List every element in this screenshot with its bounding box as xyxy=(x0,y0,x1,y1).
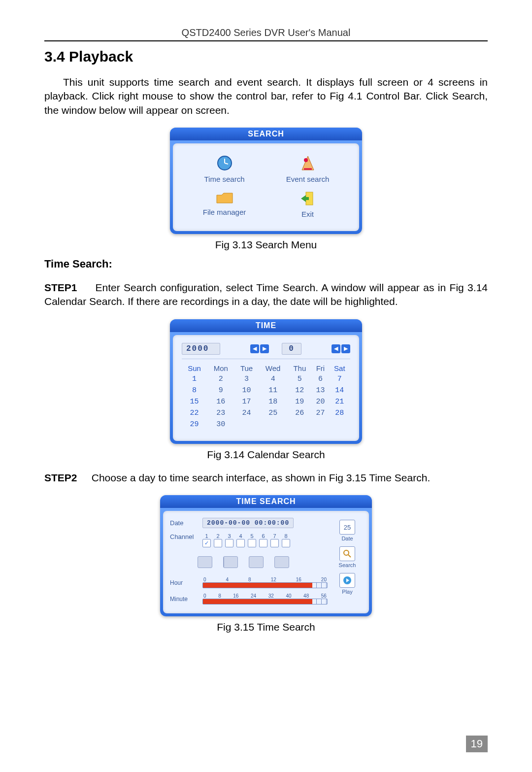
calendar-day-cell[interactable]: 30 xyxy=(207,419,234,430)
calendar-day-cell[interactable]: 26 xyxy=(288,407,312,419)
side-play-button[interactable]: Play xyxy=(339,573,355,595)
svg-point-5 xyxy=(344,550,349,555)
step2-label: STEP2 xyxy=(44,472,77,483)
calendar-day-cell[interactable]: 29 xyxy=(182,419,207,430)
tick: 16 xyxy=(233,593,238,599)
time-search-title: TIME SEARCH xyxy=(160,495,372,508)
page-number: 19 xyxy=(466,736,488,752)
calendar-day-cell[interactable]: 2 xyxy=(207,373,234,385)
calendar-day-cell[interactable]: 14 xyxy=(329,385,350,396)
calendar-icon: 25 xyxy=(339,520,355,535)
calendar-day-cell[interactable]: 25 xyxy=(259,407,288,419)
channel-checkbox-4[interactable] xyxy=(236,539,245,547)
channel-checkbox-3[interactable] xyxy=(225,539,233,547)
minute-label: Minute xyxy=(170,596,198,603)
ts-date-value: 2000-00-00 00:00:00 xyxy=(202,518,294,528)
folder-icon xyxy=(216,190,233,205)
calendar-day-header: Sun xyxy=(182,363,207,373)
fig-3-15-caption: Fig 3.15 Time Search xyxy=(44,621,488,633)
month-next-button[interactable]: ▶ xyxy=(341,344,350,353)
event-icon xyxy=(299,154,317,172)
channel-checkbox-1[interactable]: ✓ xyxy=(202,539,211,547)
calendar-day-cell[interactable]: 10 xyxy=(234,385,259,396)
tick: 0 xyxy=(203,593,206,599)
side-date-label: Date xyxy=(341,536,353,541)
calendar-day-cell[interactable]: 28 xyxy=(329,407,350,419)
channel-number: 1 xyxy=(205,533,208,539)
calendar-day-cell[interactable]: 3 xyxy=(234,373,259,385)
calendar-day-cell[interactable]: 23 xyxy=(207,407,234,419)
exit-item[interactable]: Exit xyxy=(266,190,349,218)
calendar-day-cell[interactable]: 6 xyxy=(312,373,329,385)
running-head: QSTD2400 Series DVR User's Manual xyxy=(44,27,488,38)
calendar-day-cell[interactable]: 16 xyxy=(207,396,234,407)
channel-checkbox-2[interactable] xyxy=(214,539,222,547)
calendar-day-cell[interactable]: 18 xyxy=(259,396,288,407)
step2-paragraph: STEP2 Choose a day to time search interf… xyxy=(44,471,488,485)
year-next-button[interactable]: ▶ xyxy=(260,344,269,353)
calendar-day-cell[interactable]: 12 xyxy=(288,385,312,396)
calendar-day-cell[interactable]: 4 xyxy=(259,373,288,385)
view-3x3-button[interactable] xyxy=(249,556,264,568)
month-prev-button[interactable]: ◀ xyxy=(332,344,340,353)
channel-checkbox-5[interactable] xyxy=(248,539,256,547)
side-date-button[interactable]: 25 Date xyxy=(339,520,355,541)
section-title: Playback xyxy=(69,48,133,65)
calendar-day-cell[interactable]: 1 xyxy=(182,373,207,385)
calendar-day-cell[interactable]: 27 xyxy=(312,407,329,419)
channel-number: 6 xyxy=(262,533,265,539)
channel-checkbox-8[interactable] xyxy=(282,539,290,547)
tick: 48 xyxy=(303,593,309,599)
ts-channel-label: Channel xyxy=(170,533,198,540)
tick: 40 xyxy=(286,593,291,599)
channel-2: 2 xyxy=(214,533,222,547)
calendar-day-cell[interactable]: 7 xyxy=(329,373,350,385)
file-manager-item[interactable]: File manager xyxy=(183,190,266,218)
calendar-day-cell[interactable]: 8 xyxy=(182,385,207,396)
view-2x2-button[interactable] xyxy=(223,556,238,568)
section-number: 3.4 xyxy=(44,48,65,65)
view-4x4-button[interactable] xyxy=(274,556,289,568)
calendar-day-cell[interactable]: 15 xyxy=(182,396,207,407)
view-mode-row xyxy=(198,556,328,568)
time-search-item[interactable]: Time search xyxy=(183,154,266,183)
channel-8: 8 xyxy=(282,533,290,547)
calendar-day-cell xyxy=(329,419,350,430)
side-play-label: Play xyxy=(342,589,352,595)
ts-date-label: Date xyxy=(170,519,198,527)
calendar-day-cell[interactable]: 17 xyxy=(234,396,259,407)
view-1x1-button[interactable] xyxy=(198,556,212,568)
hour-label: Hour xyxy=(170,579,198,586)
tick: 4 xyxy=(226,577,229,582)
calendar-day-header: Thu xyxy=(288,363,312,373)
step1-label: STEP1 xyxy=(44,282,77,293)
calendar-day-cell[interactable]: 21 xyxy=(329,396,350,407)
calendar-day-cell[interactable]: 20 xyxy=(312,396,329,407)
event-search-item[interactable]: Event search xyxy=(266,154,349,183)
calendar-day-cell[interactable]: 22 xyxy=(182,407,207,419)
channel-number: 8 xyxy=(284,533,287,539)
calendar-grid: SunMonTueWedThuFriSat 123456789101112131… xyxy=(182,363,350,430)
tick: 12 xyxy=(271,577,276,582)
calendar-day-cell[interactable]: 11 xyxy=(259,385,288,396)
magnifier-icon xyxy=(339,546,355,561)
calendar-day-cell[interactable]: 9 xyxy=(207,385,234,396)
time-calendar-title: TIME xyxy=(170,319,362,332)
year-prev-button[interactable]: ◀ xyxy=(250,344,259,353)
minute-bar[interactable] xyxy=(202,599,328,604)
channel-number: 7 xyxy=(273,533,276,539)
calendar-day-cell[interactable]: 13 xyxy=(312,385,329,396)
channel-checkbox-7[interactable] xyxy=(270,539,279,547)
tick: 8 xyxy=(248,577,251,582)
channel-checkbox-6[interactable] xyxy=(259,539,267,547)
exit-icon xyxy=(299,190,317,207)
side-search-button[interactable]: Search xyxy=(339,546,356,568)
calendar-day-cell[interactable]: 19 xyxy=(288,396,312,407)
channel-6: 6 xyxy=(259,533,267,547)
file-manager-label: File manager xyxy=(203,208,246,216)
calendar-day-cell[interactable]: 5 xyxy=(288,373,312,385)
year-month-row: 2000 ◀ ▶ 0 ◀ ▶ xyxy=(182,343,350,359)
hour-bar[interactable] xyxy=(202,582,328,588)
time-search-window: TIME SEARCH Date 2000-00-00 00:00:00 Cha… xyxy=(160,495,372,616)
calendar-day-cell[interactable]: 24 xyxy=(234,407,259,419)
